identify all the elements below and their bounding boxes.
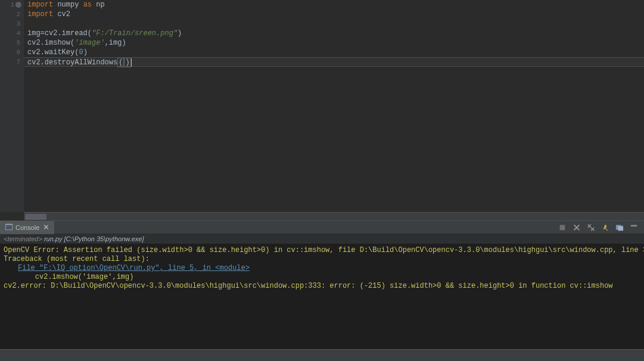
minimize-icon[interactable] [630,223,638,232]
console-line: File "F:\IQ option\OpenCV\run.py", line … [4,264,640,273]
scrollbar-thumb[interactable] [25,214,46,220]
console-run-header: <terminated> run.py [C:\Python 35\python… [0,234,644,244]
code-line[interactable]: cv2.imshow('image',img) [27,38,644,48]
code-area[interactable]: 1234567 import numpy as npimport cv2img=… [0,0,644,212]
line-number: 3 [0,19,20,29]
line-number: 7 [0,57,20,67]
console-output[interactable]: OpenCV Error: Assertion failed (size.wid… [0,244,644,349]
code-line[interactable]: cv2.destroyAllWindows() [24,57,644,67]
run-path-label: run.py [C:\Python 35\pythonw.exe] [44,235,144,242]
svg-rect-4 [618,226,623,231]
console-line: OpenCV Error: Assertion failed (size.wid… [4,246,640,255]
clear-all-icon[interactable] [587,223,595,232]
line-gutter: 1234567 [0,0,24,212]
console-pane: Console ✕ <terminated> run.py [C:\Python… [0,220,644,349]
horizontal-scrollbar[interactable] [24,212,644,220]
console-line: cv2.imshow('image',img) [4,273,640,282]
line-number: 5 [0,38,20,48]
console-tab-label: Console [15,224,39,231]
console-icon [5,223,13,232]
editor-pane: 1234567 import numpy as npimport cv2img=… [0,0,644,220]
cursor [131,58,132,67]
line-number: 6 [0,48,20,57]
code-lines[interactable]: import numpy as npimport cv2img=cv2.imre… [24,0,644,212]
code-line[interactable]: cv2.waitKey(0) [27,48,644,57]
code-line[interactable]: import cv2 [27,10,644,19]
close-icon[interactable]: ✕ [43,223,49,232]
code-line[interactable]: img=cv2.imread("F:/Train/sreen.png") [27,29,644,38]
line-number: 2 [0,10,20,19]
svg-rect-1 [6,225,13,229]
pin-icon[interactable] [601,223,609,232]
status-bar [0,349,644,361]
console-line: Traceback (most recent call last): [4,255,640,264]
terminated-label: <terminated> [4,235,42,242]
console-tabbar: Console ✕ [0,221,644,234]
svg-rect-2 [560,225,565,230]
console-tab[interactable]: Console ✕ [0,221,54,234]
code-line[interactable]: import numpy as np [27,0,644,10]
code-line[interactable] [27,19,644,29]
svg-rect-5 [631,225,637,226]
line-number: 4 [0,29,20,38]
stop-icon[interactable] [558,223,567,232]
new-console-icon[interactable] [615,223,624,232]
console-line: cv2.error: D:\Build\OpenCV\opencv-3.3.0\… [4,282,640,291]
fold-icon[interactable] [15,2,21,8]
clear-icon[interactable] [573,223,581,232]
console-toolbar [558,223,644,232]
line-number: 1 [0,0,20,10]
